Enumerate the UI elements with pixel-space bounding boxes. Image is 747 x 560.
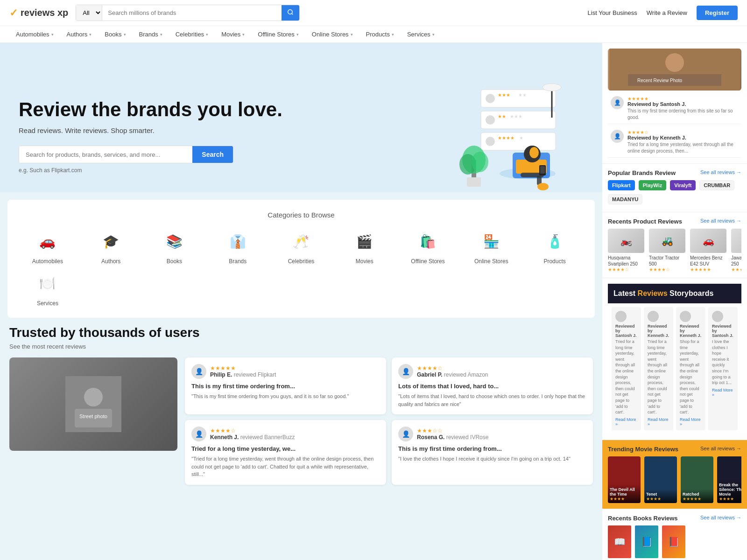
storyboard-highlight: Reviews [638,289,668,297]
product-img-2: 🚗 [690,229,726,253]
brand-chip-madanyu[interactable]: MADANYU [608,194,642,204]
nav-item-products[interactable]: Products ▾ [359,26,401,42]
product-name-3: Jawa Fortyfive 250 [731,255,741,267]
product-card-3[interactable]: 🏍️ Jawa Fortyfive 250 ★★★☆☆ [731,229,741,272]
category-online-stores-label: Online Stores [474,258,508,265]
search-input[interactable] [102,6,282,20]
product-img-1: 🚜 [649,229,685,253]
nav-item-authors[interactable]: Authors ▾ [60,26,99,42]
chevron-down-icon: ▾ [51,32,54,37]
movie-card-0[interactable]: The Devil All the Time ★★★★ [608,456,641,503]
brand-chip-crumbar[interactable]: CRUMBAR [699,180,734,190]
sidebar-storyboards: Latest Reviews Storyboards Reviewed by S… [602,278,747,440]
review-item-avatar-1: 👤 [611,130,624,143]
category-celebrities[interactable]: 🥂 Celebrities [272,228,330,265]
sidebar-movies-label: Trending Movie Reviews [608,446,678,453]
trusted-layout: Street photo 👤 ★★★★★ Philip E. reviewed … [9,357,593,485]
nav-item-movies[interactable]: Movies ▾ [215,26,251,42]
stars-0: ★★★★★ [210,365,380,371]
nav-item-offline-stores[interactable]: Offline Stores ▾ [251,26,305,42]
movie-overlay-0: The Devil All the Time ★★★★ [608,484,641,503]
category-authors[interactable]: 🎓 Authors [82,228,140,265]
category-offline-stores[interactable]: 🛍️ Offline Stores [399,228,457,265]
reviewer-name-1: Gabriel P. reviewed Amazon [417,371,586,378]
book-item-1[interactable]: 📘 Bench ★★★★ [635,525,658,560]
movie-card-3[interactable]: Break the Silence: The Movie ★★★★ [717,456,741,503]
product-name-2: Mercedes Benz E42 SUV [690,255,727,267]
storyboard-item-3[interactable]: Reviewed by Santosh J. I love the clothe… [708,307,738,430]
sidebar-movies: Trending Movie Reviews See all reviews →… [602,440,747,509]
movie-card-2[interactable]: Ratched ★★★★★ [681,456,713,503]
product-card-1[interactable]: 🚜 Tractor Tractor 500 ★★★★☆ [649,229,686,272]
reviewer-name-2: Kenneth J. reviewed BannerBuzz [210,434,380,441]
hero-search-button[interactable]: Search [192,146,233,163]
category-automobiles[interactable]: 🚗 Automobiles [19,228,77,265]
category-online-stores[interactable]: 🏪 Online Stores [462,228,520,265]
chevron-down-icon: ▾ [351,32,353,37]
review-card-2: 👤 ★★★★☆ Kenneth J. reviewed BannerBuzz T… [185,420,386,485]
search-category-select[interactable]: All [76,5,102,21]
svg-text:★★: ★★ [498,114,506,119]
storyboard-item-2[interactable]: Reviewed by Kenneth J. Shop for a time y… [676,307,705,430]
nav-item-online-stores[interactable]: Online Stores ▾ [305,26,359,42]
book-item-2[interactable]: 📕 Tools of Engagement ★★★★ [662,525,685,560]
category-movies-icon: 🎬 [352,228,378,254]
sidebar: Recent Review Photo 👤 ★★★★★ Reviewed by … [602,43,747,560]
brand-chip-viralyft[interactable]: Viralyft [670,180,696,190]
movie-card-1[interactable]: Tenet ★★★★ [644,456,677,503]
chevron-down-icon: ▾ [242,32,245,37]
category-brands[interactable]: 👔 Brands [209,228,267,265]
nav-item-books[interactable]: Books ▾ [98,26,132,42]
sidebar-books-label: Recents Books Reviews [608,515,678,522]
storyboard-item-1[interactable]: Reviewed by Kenneth J. Tried for a long … [644,307,673,430]
list-your-business-link[interactable]: List Your Business [588,9,637,16]
movie-overlay-3: Break the Silence: The Movie ★★★★ [717,480,741,503]
book-item-0[interactable]: 📖 Dancing with the Princess ★★★★ [608,525,631,560]
category-books[interactable]: 📚 Books [146,228,204,265]
nav-item-brands[interactable]: Brands ▾ [133,26,169,42]
register-button[interactable]: Register [697,6,738,20]
hero-search-input[interactable] [19,147,192,163]
category-movies[interactable]: 🎬 Movies [336,228,394,265]
category-books-label: Books [167,258,182,265]
product-card-2[interactable]: 🚗 Mercedes Benz E42 SUV ★★★★★ [690,229,727,272]
svg-point-3 [486,94,495,103]
reviewer-name-0: Philip E. reviewed Flipkart [210,371,380,378]
brand-chip-playwiz[interactable]: PlayWiz [639,180,666,190]
movie-card-title-1: Tenet [646,492,675,497]
category-services[interactable]: 🍽️ Services [19,270,77,307]
sidebar-books-see-all[interactable]: See all reviews → [700,515,741,522]
review-item-body-1: Tried for a long time yesterday, went th… [627,141,739,154]
storyboard-item-0[interactable]: Reviewed by Santosh J. Tried for a long … [612,307,641,430]
trusted-title: Trusted by thousands of users [9,325,593,340]
svg-rect-30 [540,166,545,174]
hero-search-bar: Search [19,146,233,163]
header-links: List Your Business Write a Review Regist… [588,6,738,20]
svg-text:★: ★ [519,135,523,140]
nav-item-celebrities[interactable]: Celebrities ▾ [169,26,215,42]
sidebar-movies-see-all[interactable]: See all reviews → [700,446,741,453]
movie-card-rating-3: ★★★★ [719,497,741,501]
category-products[interactable]: 🧴 Products [526,228,584,265]
sidebar-books-title: Recents Books Reviews See all reviews → [608,515,741,522]
review-item-title-1: Reviewed by Kenneth J. [627,135,739,140]
search-button[interactable] [282,5,299,21]
brand-chip-flipkart[interactable]: Flipkart [608,180,635,190]
write-review-link[interactable]: Write a Review [647,9,687,16]
category-automobiles-label: Automobiles [32,258,63,265]
avatar-3: 👤 [398,427,413,441]
sidebar-popular-brands-see-all[interactable]: See all reviews → [700,169,741,176]
logo[interactable]: ✓ reviews xp [9,7,68,19]
review-item-text-0: ★★★★★ Reviewed by Santosh J. This is my … [627,96,739,121]
stars-1: ★★★★☆ [417,365,586,371]
avatar-2: 👤 [191,427,206,441]
review-card-1: 👤 ★★★★☆ Gabriel P. reviewed Amazon Lots … [392,357,593,414]
nav-item-automobiles[interactable]: Automobiles ▾ [9,26,60,42]
sidebar-product-reviews-see-all[interactable]: See all reviews → [700,218,741,225]
nav-item-services[interactable]: Services ▾ [401,26,441,42]
review-item-row-0: 👤 ★★★★★ Reviewed by Santosh J. This is m… [608,93,741,124]
product-card-0[interactable]: 🏍️ Husqvarna Svartpilen 250 ★★★★☆ [608,229,645,272]
chevron-down-icon: ▾ [206,32,208,37]
hero-section: Review the brands you love. Read reviews… [0,43,602,192]
category-offline-stores-label: Offline Stores [411,258,444,265]
